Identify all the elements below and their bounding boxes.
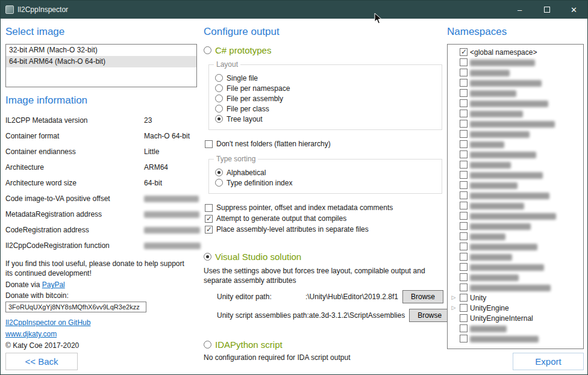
namespace-checkbox[interactable] <box>460 110 468 117</box>
visual-studio-solution-radio[interactable]: Visual Studio solution <box>204 250 443 262</box>
namespace-checkbox[interactable] <box>460 222 468 230</box>
namespace-checkbox[interactable] <box>460 294 468 302</box>
maximize-button[interactable] <box>533 1 560 19</box>
namespace-item[interactable] <box>449 180 582 190</box>
namespace-checkbox[interactable] <box>460 140 468 148</box>
namespace-item[interactable] <box>449 200 582 211</box>
namespace-checkbox[interactable] <box>460 130 468 138</box>
namespace-checkbox[interactable] <box>460 150 468 158</box>
namespace-checkbox[interactable] <box>460 69 468 76</box>
namespace-label <box>470 150 536 159</box>
close-button[interactable]: ✕ <box>560 1 587 19</box>
image-listbox[interactable]: 32-bit ARM (Mach-O 32-bit)64-bit ARM64 (… <box>5 44 197 87</box>
output-option-checkbox[interactable]: Attempt to generate output that compiles <box>205 213 443 224</box>
image-list-item[interactable]: 32-bit ARM (Mach-O 32-bit) <box>6 45 196 56</box>
namespace-item[interactable]: <global namespace> <box>449 47 582 57</box>
minimize-button[interactable]: – <box>506 1 533 19</box>
namespace-checkbox[interactable] <box>460 243 468 250</box>
donate-text: If you find this tool useful, please don… <box>5 259 186 278</box>
namespace-item[interactable] <box>449 119 582 129</box>
namespace-checkbox[interactable] <box>460 273 468 281</box>
redacted-text <box>470 101 548 107</box>
namespace-item[interactable]: ▷Unity <box>449 293 582 303</box>
namespace-checkbox[interactable] <box>460 161 468 169</box>
namespace-checkbox[interactable] <box>460 171 468 179</box>
namespace-item[interactable] <box>449 149 582 160</box>
expander-icon[interactable]: ▷ <box>450 303 457 313</box>
type-sorting-option[interactable]: Type definition index <box>215 178 436 188</box>
namespace-checkbox[interactable] <box>460 99 468 107</box>
namespace-item[interactable] <box>449 231 582 241</box>
layout-option[interactable]: File per class <box>215 104 436 114</box>
redacted-text <box>470 336 539 342</box>
namespace-checkbox[interactable] <box>460 48 468 56</box>
namespace-checkbox[interactable] <box>460 335 468 342</box>
info-value <box>144 194 199 203</box>
namespaces-heading: Namespaces <box>447 26 584 38</box>
github-link[interactable]: Il2CppInspector on GitHub <box>5 318 90 327</box>
namespace-item[interactable] <box>449 67 582 78</box>
namespace-checkbox[interactable] <box>460 284 468 291</box>
namespace-checkbox[interactable] <box>460 202 468 209</box>
namespace-item[interactable] <box>449 98 582 108</box>
namespace-checkbox[interactable] <box>460 304 468 312</box>
namespace-checkbox[interactable] <box>460 212 468 220</box>
namespace-checkbox[interactable] <box>460 58 468 66</box>
namespace-item[interactable] <box>449 262 582 272</box>
namespace-item[interactable] <box>449 241 582 252</box>
website-link[interactable]: www.djkaty.com <box>5 330 57 338</box>
namespace-checkbox[interactable] <box>460 314 468 322</box>
layout-option[interactable]: File per assembly <box>215 93 436 104</box>
expander-icon[interactable]: ▷ <box>450 293 457 303</box>
image-list-item[interactable]: 64-bit ARM64 (Mach-O 64-bit) <box>6 56 196 67</box>
namespace-item[interactable] <box>449 170 582 180</box>
namespace-checkbox[interactable] <box>460 191 468 199</box>
namespace-checkbox[interactable] <box>460 263 468 271</box>
namespace-item[interactable] <box>449 78 582 88</box>
namespace-item[interactable] <box>449 57 582 67</box>
namespace-item[interactable] <box>449 272 582 282</box>
namespace-label <box>470 161 511 169</box>
browse-button[interactable]: Browse <box>409 309 450 322</box>
namespace-item[interactable] <box>449 221 582 231</box>
image-info-row: Il2CppCodeRegistration function <box>5 238 197 253</box>
namespace-item[interactable]: UnityEngineInternal <box>449 313 582 323</box>
output-option-checkbox[interactable]: Suppress pointer, offset and index metad… <box>205 202 443 213</box>
namespace-item[interactable] <box>449 88 582 98</box>
title-bar: Il2CppInspector – ✕ <box>1 1 587 19</box>
layout-option[interactable]: Tree layout <box>215 114 436 124</box>
namespace-item[interactable] <box>449 211 582 221</box>
flatten-checkbox-row[interactable]: Don't nest folders (flatten hierarchy) <box>205 138 443 149</box>
namespace-item[interactable] <box>449 139 582 149</box>
bitcoin-address-input[interactable] <box>5 302 146 312</box>
namespace-item[interactable]: ▷UnityEngine <box>449 303 582 313</box>
namespace-item[interactable] <box>449 252 582 262</box>
layout-option[interactable]: File per namespace <box>215 83 436 93</box>
browse-button[interactable]: Browse <box>402 290 443 303</box>
redacted-text <box>470 274 519 281</box>
output-option-checkbox[interactable]: Place assembly-level attributes in separ… <box>205 224 443 235</box>
info-label: Architecture word size <box>5 179 144 187</box>
namespace-checkbox[interactable] <box>460 89 468 97</box>
back-button[interactable]: << Back <box>5 353 78 370</box>
namespace-item[interactable] <box>449 190 582 200</box>
namespace-item[interactable] <box>449 333 582 344</box>
namespace-item[interactable] <box>449 129 582 139</box>
namespace-checkbox[interactable] <box>460 79 468 87</box>
csharp-prototypes-radio[interactable]: C# prototypes <box>204 44 443 56</box>
namespace-item[interactable] <box>449 108 582 119</box>
namespaces-listbox[interactable]: <global namespace>▷Unity▷UnityEngineUnit… <box>447 44 584 349</box>
idapython-script-radio[interactable]: IDAPython script <box>204 338 443 350</box>
layout-option[interactable]: Single file <box>215 73 436 83</box>
namespace-checkbox[interactable] <box>460 120 468 128</box>
paypal-link[interactable]: PayPal <box>42 280 65 289</box>
namespace-checkbox[interactable] <box>460 253 468 261</box>
namespace-checkbox[interactable] <box>460 232 468 240</box>
type-sorting-option[interactable]: Alphabetical <box>215 167 436 178</box>
namespace-item[interactable] <box>449 160 582 170</box>
namespace-checkbox[interactable] <box>460 324 468 332</box>
export-button[interactable]: Export <box>513 353 584 370</box>
namespace-item[interactable] <box>449 323 582 333</box>
namespace-item[interactable] <box>449 282 582 293</box>
namespace-checkbox[interactable] <box>460 181 468 189</box>
